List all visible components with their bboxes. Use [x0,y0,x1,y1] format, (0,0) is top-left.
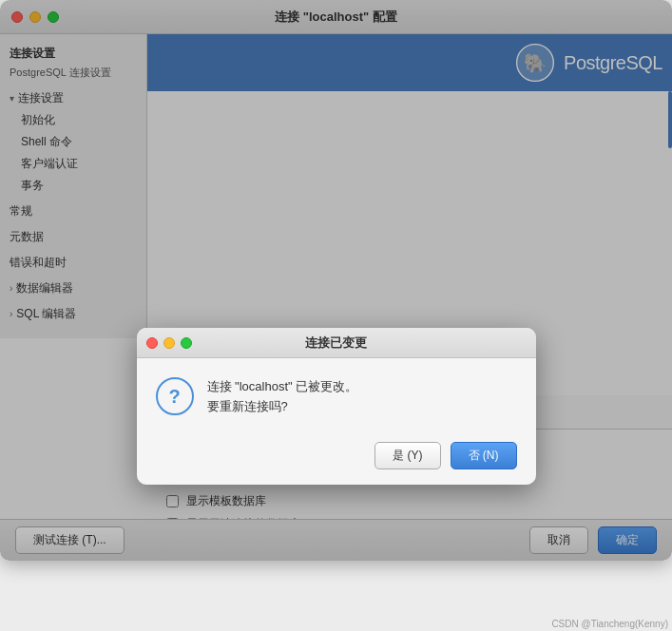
dialog-overlay: 连接已变更 ? 连接 "localhost" 已被更改。 要重新连接吗? 是 (… [0,0,672,561]
dialog-footer: 是 (Y) 否 (N) [137,432,536,485]
dialog-message-line1: 连接 "localhost" 已被更改。 [207,377,358,397]
dialog-no-button[interactable]: 否 (N) [451,442,517,469]
dialog-yes-button[interactable]: 是 (Y) [374,442,440,469]
dialog-question-icon: ? [156,377,194,415]
dialog-body: ? 连接 "localhost" 已被更改。 要重新连接吗? [137,358,536,432]
dialog-minimize-button[interactable] [163,337,175,349]
watermark: CSDN @Tiancheng(Kenny) [551,619,668,629]
dialog-close-button[interactable] [146,337,158,349]
dialog-message: 连接 "localhost" 已被更改。 要重新连接吗? [207,377,358,417]
dialog-message-line2: 要重新连接吗? [207,397,358,417]
dialog: 连接已变更 ? 连接 "localhost" 已被更改。 要重新连接吗? 是 (… [137,328,536,485]
dialog-traffic-lights [146,337,192,349]
main-window: 连接 "localhost" 配置 连接设置 PostgreSQL 连接设置 ▾… [0,0,672,561]
dialog-titlebar: 连接已变更 [137,328,536,358]
dialog-title: 连接已变更 [305,335,367,352]
dialog-maximize-button[interactable] [181,337,192,349]
